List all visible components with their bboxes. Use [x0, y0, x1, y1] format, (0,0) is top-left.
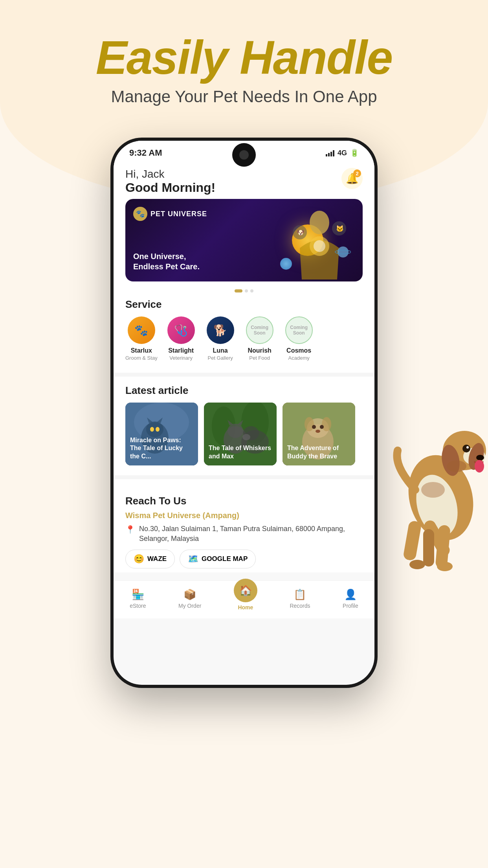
svg-point-44: [475, 460, 484, 473]
svg-text:🐶: 🐶: [297, 229, 305, 236]
notification-bell-button[interactable]: 🔔 2: [341, 168, 363, 189]
service-item-nourish[interactable]: ComingSoon Nourish Pet Food: [244, 316, 275, 361]
nav-item-profile[interactable]: 👤 Profile: [343, 588, 358, 609]
address-text: No.30, Jalan Sulaiman 1, Taman Putra Sul…: [139, 524, 363, 544]
nav-item-myorder[interactable]: 📦 My Order: [178, 588, 201, 609]
profile-label: Profile: [343, 603, 358, 609]
banner-logo-text: PET UNIVERSE: [150, 210, 207, 218]
svg-point-43: [476, 455, 484, 460]
cosmos-coming-soon: ComingSoon: [290, 325, 308, 336]
svg-point-16: [156, 427, 160, 432]
service-item-starlux[interactable]: 🐾 Starlux Groom & Stay: [125, 316, 158, 361]
svg-point-0: [310, 211, 329, 234]
service-icon-starlight: 🩺: [167, 316, 195, 344]
articles-title: Latest article: [125, 384, 188, 397]
header-section: Easily Handle Manage Your Pet Needs In O…: [0, 0, 488, 106]
section-divider-2: [114, 475, 374, 479]
svg-rect-48: [423, 529, 434, 566]
gmap-button[interactable]: 🗺️ GOOGLE MAP: [180, 550, 256, 568]
articles-header: Latest article: [125, 384, 363, 397]
svg-point-21: [227, 424, 243, 438]
banner-dots: [125, 289, 363, 292]
subtitle: Manage Your Pet Needs In One App: [0, 87, 488, 106]
article-title-1: Miracle on Paws: The Tale of Lucky the C…: [130, 436, 193, 461]
waze-icon: 😊: [134, 554, 144, 564]
main-title: Easily Handle: [0, 31, 488, 83]
article-card-1[interactable]: Miracle on Paws: The Tale of Lucky the C…: [125, 403, 198, 465]
article-card-2[interactable]: The Tale of Whiskers and Max: [204, 403, 277, 465]
gmap-icon: 🗺️: [188, 554, 198, 564]
records-icon: 📋: [294, 588, 306, 601]
service-name-luna: Luna: [213, 347, 228, 354]
phone-frame: 9:32 AM 4G 🔋 Hi: [110, 138, 378, 688]
dot-3: [250, 289, 253, 292]
service-sub-nourish: Pet Food: [249, 355, 270, 361]
service-sub-starlight: Veterinary: [169, 355, 193, 361]
waze-label: WAZE: [147, 555, 167, 563]
svg-point-2: [314, 240, 325, 252]
svg-point-33: [320, 425, 324, 429]
svg-point-32: [312, 425, 316, 429]
article-title-3: The Adventure of Buddy the Brave: [287, 444, 350, 461]
service-name-nourish: Nourish: [248, 347, 271, 354]
status-time: 9:32 AM: [129, 148, 162, 158]
svg-point-42: [466, 446, 469, 449]
phone-screen: 9:32 AM 4G 🔋 Hi: [114, 141, 374, 685]
gmap-label: GOOGLE MAP: [202, 555, 248, 563]
services-title: Service: [125, 298, 363, 311]
myorder-icon: 📦: [183, 588, 196, 601]
myorder-label: My Order: [178, 603, 201, 609]
service-name-cosmos: Cosmos: [286, 347, 311, 354]
home-circle: 🏠: [234, 579, 257, 602]
map-buttons: 😊 WAZE 🗺️ GOOGLE MAP: [125, 550, 363, 568]
svg-point-50: [437, 562, 453, 571]
banner-woman-figure: 🐶 🐱: [280, 199, 359, 281]
nav-item-records[interactable]: 📋 Records: [290, 588, 310, 609]
svg-point-31: [322, 417, 331, 431]
notification-badge: 2: [353, 169, 361, 177]
nourish-coming-soon: ComingSoon: [251, 325, 268, 336]
promotional-banner[interactable]: 🐾 PET UNIVERSE One Universe, Endless Pet…: [125, 199, 363, 281]
greeting-text: Hi, Jack Good Morning!: [125, 168, 215, 195]
battery-icon: 🔋: [350, 149, 359, 157]
svg-point-41: [462, 445, 470, 452]
service-item-cosmos[interactable]: ComingSoon Cosmos Academy: [283, 316, 315, 361]
svg-point-15: [150, 427, 154, 432]
records-label: Records: [290, 603, 310, 609]
waze-button[interactable]: 😊 WAZE: [125, 550, 175, 568]
service-item-luna[interactable]: 🐕 Luna Pet Gallery: [205, 316, 236, 361]
svg-point-12: [146, 421, 163, 437]
service-icon-nourish: ComingSoon: [246, 316, 273, 344]
phone-wrapper: 9:32 AM 4G 🔋 Hi: [0, 138, 488, 688]
svg-point-30: [305, 417, 314, 431]
nav-item-estore[interactable]: 🏪 eStore: [130, 588, 146, 609]
banner-tagline: One Universe, Endless Pet Care.: [133, 251, 200, 272]
good-morning: Good Morning!: [125, 180, 215, 195]
reach-section: Reach To Us Wisma Pet Universe (Ampang) …: [125, 487, 363, 572]
service-name-starlux: Starlux: [131, 347, 152, 354]
nav-item-home[interactable]: 🏠 Home: [234, 587, 257, 611]
article-card-3[interactable]: The Adventure of Buddy the Brave: [283, 403, 355, 465]
pin-icon: 📍: [125, 525, 135, 534]
svg-point-26: [242, 434, 250, 440]
article-title-2: The Tale of Whiskers and Max: [209, 444, 272, 461]
section-divider-1: [114, 373, 374, 377]
service-item-starlight[interactable]: 🩺 Starlight Veterinary: [165, 316, 197, 361]
dog-image-container: [378, 372, 488, 609]
articles-row: Miracle on Paws: The Tale of Lucky the C…: [125, 403, 363, 467]
estore-label: eStore: [130, 603, 146, 609]
profile-icon: 👤: [344, 588, 357, 601]
service-icon-luna: 🐕: [207, 316, 234, 344]
dot-2: [245, 289, 248, 292]
service-icon-cosmos: ComingSoon: [285, 316, 313, 344]
svg-point-52: [421, 482, 445, 498]
svg-point-49: [409, 560, 425, 569]
banner-logo-icon: 🐾: [133, 207, 147, 221]
home-icon: 🏠: [239, 585, 252, 597]
network-type: 4G: [338, 149, 347, 157]
phone-notch: [232, 143, 256, 167]
bottom-nav: 🏪 eStore 📦 My Order 🏠 Home 📋 Records: [114, 580, 374, 618]
svg-rect-47: [403, 520, 422, 561]
service-sub-starlux: Groom & Stay: [125, 355, 158, 361]
address-row: 📍 No.30, Jalan Sulaiman 1, Taman Putra S…: [125, 524, 363, 544]
